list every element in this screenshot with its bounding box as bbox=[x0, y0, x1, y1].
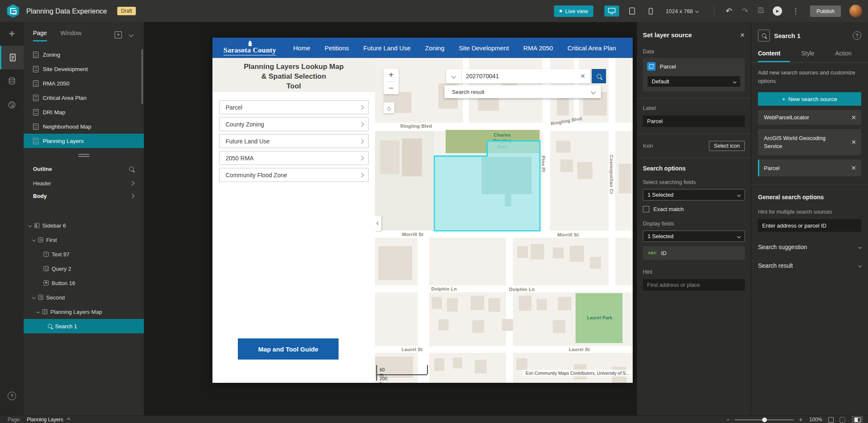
view-select[interactable]: Default bbox=[647, 76, 741, 87]
canvas-zoom-slider[interactable] bbox=[735, 419, 794, 420]
new-search-source-button[interactable]: + New search source bbox=[758, 92, 861, 106]
select-icon-button[interactable]: Select icon bbox=[709, 141, 745, 151]
more-options-button[interactable]: ⋮ bbox=[792, 7, 799, 16]
desktop-device-button[interactable] bbox=[604, 5, 619, 16]
page-list-scrollbar[interactable] bbox=[141, 49, 143, 104]
remove-source-icon[interactable]: ✕ bbox=[847, 139, 856, 146]
remove-source-icon[interactable]: ✕ bbox=[847, 165, 856, 171]
multi-hint-input[interactable] bbox=[758, 219, 861, 232]
web-map[interactable]: Ringling Blvd Ringling Blvd Charles Ring… bbox=[375, 58, 633, 383]
page-switcher-chevron-icon[interactable] bbox=[67, 418, 70, 421]
zoom-out-canvas-button[interactable]: − bbox=[726, 416, 730, 423]
layer-button-parcel[interactable]: Parcel bbox=[219, 100, 369, 114]
nav-future-land-use[interactable]: Future Land Use bbox=[364, 44, 411, 52]
search-result-dropdown[interactable]: Search result bbox=[444, 85, 601, 98]
tree-item-query-2[interactable]: Query 2 bbox=[24, 261, 144, 276]
source-item-world-geocoding[interactable]: ArcGIS World Geocoding Service ✕ bbox=[758, 129, 861, 155]
redo-button[interactable]: ↷ bbox=[737, 6, 753, 16]
undo-button[interactable]: ↶ bbox=[721, 6, 737, 16]
outline-search-icon[interactable] bbox=[129, 167, 134, 171]
tree-item-search-1[interactable]: Search 1 bbox=[24, 319, 144, 333]
exact-match-checkbox[interactable] bbox=[643, 206, 649, 212]
display-field-id[interactable]: ABC ID bbox=[643, 246, 745, 260]
tab-style[interactable]: Style bbox=[790, 50, 826, 62]
zoom-in-canvas-button[interactable]: + bbox=[799, 416, 802, 423]
searching-fields-select[interactable]: 1 Selected bbox=[643, 189, 745, 201]
tab-action[interactable]: Action bbox=[826, 50, 861, 62]
page-item-zoning[interactable]: Zoning bbox=[24, 47, 144, 62]
search-result-section[interactable]: Search result bbox=[758, 262, 861, 269]
close-icon[interactable]: ✕ bbox=[740, 32, 745, 38]
theme-panel-button[interactable] bbox=[0, 93, 24, 117]
map-search-input[interactable] bbox=[462, 69, 576, 83]
sidebar-collapse-button[interactable] bbox=[375, 216, 381, 231]
save-button[interactable] bbox=[753, 7, 769, 16]
publish-button[interactable]: Publish bbox=[810, 5, 841, 17]
expand-chevron-icon[interactable] bbox=[28, 224, 32, 227]
tab-window[interactable]: Window bbox=[61, 30, 82, 41]
page-panel-button[interactable] bbox=[0, 46, 24, 69]
live-view-button[interactable]: Live view bbox=[554, 5, 593, 17]
page-item-rma-2050[interactable]: RMA 2050 bbox=[24, 76, 144, 91]
map-tool-guide-button[interactable]: Map and Tool Guide bbox=[238, 338, 339, 360]
layer-button-2050-rma[interactable]: 2050 RMA bbox=[219, 151, 369, 165]
user-avatar[interactable] bbox=[849, 5, 862, 17]
tree-item-second[interactable]: Second bbox=[24, 290, 144, 305]
preview-play-button[interactable]: ▶ bbox=[773, 6, 782, 16]
panel-toggle-button[interactable] bbox=[852, 416, 863, 423]
nav-home[interactable]: Home bbox=[293, 44, 310, 52]
help-icon[interactable]: ? bbox=[853, 31, 861, 40]
tree-item-text-97[interactable]: Text 97 bbox=[24, 247, 144, 261]
tab-content[interactable]: Content bbox=[758, 50, 790, 62]
add-page-button[interactable]: + bbox=[115, 31, 122, 38]
tree-item-sidebar-6[interactable]: Sidebar 6 bbox=[24, 218, 144, 233]
home-button[interactable]: ⌂ bbox=[383, 102, 394, 113]
display-fields-select[interactable]: 1 Selected bbox=[643, 231, 745, 242]
page-item-critical-area-plan[interactable]: Critical Area Plan bbox=[24, 91, 144, 105]
sarasota-county-logo[interactable]: Sarasota County bbox=[223, 40, 276, 55]
outline-header-row[interactable]: Header bbox=[24, 177, 144, 190]
slider-knob[interactable] bbox=[762, 418, 767, 422]
nav-site-development[interactable]: Site Development bbox=[459, 44, 509, 52]
zoom-to-fit-icon[interactable] bbox=[828, 417, 834, 423]
tab-page[interactable]: Page bbox=[33, 30, 47, 41]
page-item-neighborhood-map[interactable]: Neighborhood Map bbox=[24, 119, 144, 134]
outline-body-row[interactable]: Body bbox=[24, 190, 144, 202]
expand-chevron-icon[interactable] bbox=[36, 310, 40, 313]
nav-petitions[interactable]: Petitions bbox=[325, 44, 349, 52]
page-item-site-development[interactable]: Site Development bbox=[24, 62, 144, 76]
phone-device-button[interactable] bbox=[645, 5, 656, 17]
search-submit-button[interactable] bbox=[592, 69, 606, 83]
fit-width-icon[interactable] bbox=[840, 417, 845, 423]
design-canvas[interactable]: Sarasota County Home Petitions Future La… bbox=[144, 22, 637, 415]
resolution-selector[interactable]: 1024 x 768 bbox=[666, 8, 698, 14]
layer-button-county-zoning[interactable]: County Zoning bbox=[219, 117, 369, 131]
page-menu-chevron-icon[interactable] bbox=[129, 32, 133, 37]
panel-resize-handle[interactable] bbox=[24, 151, 144, 159]
hint-input[interactable] bbox=[643, 279, 745, 291]
source-item-parcel[interactable]: Parcel ✕ bbox=[758, 159, 861, 176]
search-suggestion-section[interactable]: Search suggestion bbox=[758, 244, 861, 250]
layer-button-community-flood-zone[interactable]: Community Flood Zone bbox=[219, 168, 369, 182]
tree-item-planning-layers-map[interactable]: Planning Layers Map bbox=[24, 305, 144, 319]
insert-widget-button[interactable]: + bbox=[0, 22, 24, 46]
page-item-planning-layers[interactable]: Planning Layers bbox=[24, 134, 144, 148]
search-source-dropdown[interactable] bbox=[446, 69, 462, 83]
expand-chevron-icon[interactable] bbox=[32, 238, 36, 242]
data-panel-button[interactable] bbox=[0, 69, 24, 93]
data-source-card[interactable]: Parcel Default bbox=[643, 58, 745, 91]
remove-source-icon[interactable]: ✕ bbox=[847, 114, 856, 121]
nav-zoning[interactable]: Zoning bbox=[425, 44, 444, 52]
layer-button-future-land-use[interactable]: Future Land Use bbox=[219, 134, 369, 148]
nav-critical-area-plan[interactable]: Critical Area Plan bbox=[568, 44, 616, 52]
expand-chevron-icon[interactable] bbox=[32, 296, 36, 299]
zoom-out-button[interactable]: − bbox=[383, 82, 399, 94]
tree-item-button-16[interactable]: Button 16 bbox=[24, 276, 144, 290]
tree-item-first[interactable]: First bbox=[24, 233, 144, 247]
nav-rma-2050[interactable]: RMA 2050 bbox=[524, 44, 553, 52]
label-input[interactable] bbox=[643, 115, 745, 127]
clear-search-button[interactable]: ✕ bbox=[576, 69, 590, 83]
page-item-dri-map[interactable]: DRI Map bbox=[24, 105, 144, 119]
tablet-device-button[interactable] bbox=[626, 5, 639, 17]
source-item-webparcellocator[interactable]: WebParcelLocator ✕ bbox=[758, 110, 861, 125]
